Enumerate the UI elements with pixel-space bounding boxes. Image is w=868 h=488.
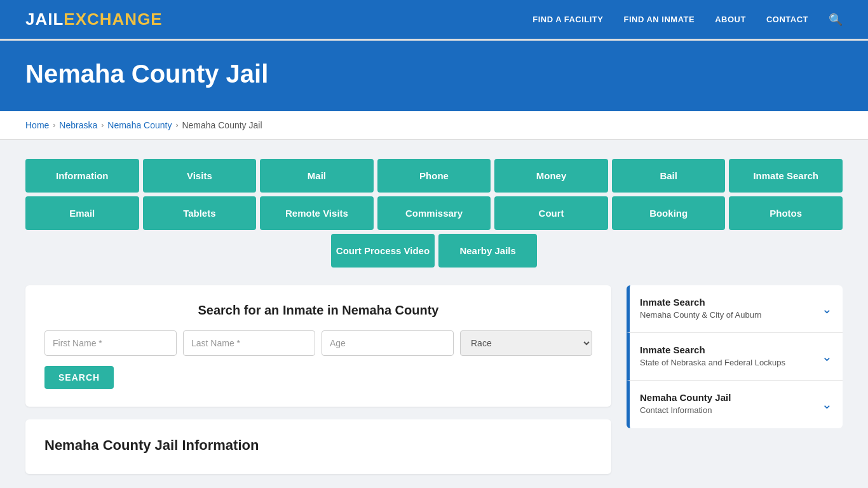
breadcrumb-nemaha-county[interactable]: Nemaha County bbox=[107, 120, 172, 130]
breadcrumb-sep-3: › bbox=[175, 121, 178, 130]
sidebar-card-2[interactable]: Inmate Search State of Nebraska and Fede… bbox=[627, 333, 843, 381]
left-panel: Search for an Inmate in Nemaha County Ra… bbox=[25, 285, 611, 474]
search-button[interactable]: SEARCH bbox=[44, 366, 114, 389]
logo[interactable]: JAILEXCHANGE bbox=[25, 10, 163, 29]
category-row-2: Email Tablets Remote Visits Commissary C… bbox=[25, 196, 843, 230]
sidebar-card-1-subtitle: Nemaha County & City of Auburn bbox=[640, 309, 762, 321]
btn-information[interactable]: Information bbox=[25, 159, 139, 193]
btn-inmate-search[interactable]: Inmate Search bbox=[729, 159, 843, 193]
site-header: JAILEXCHANGE FIND A FACILITY FIND AN INM… bbox=[0, 0, 868, 41]
sidebar-card-2-subtitle: State of Nebraska and Federal Lockups bbox=[640, 357, 785, 369]
info-section: Nemaha County Jail Information bbox=[25, 419, 611, 474]
first-name-input[interactable] bbox=[44, 330, 177, 356]
search-icon-button[interactable]: 🔍 bbox=[829, 13, 843, 27]
breadcrumb-sep-2: › bbox=[101, 121, 104, 130]
chevron-down-icon-1: ⌄ bbox=[822, 301, 832, 316]
logo-jail: JAIL bbox=[25, 10, 64, 29]
sidebar-card-2-title: Inmate Search bbox=[640, 344, 785, 355]
btn-court-process-video[interactable]: Court Process Video bbox=[331, 234, 435, 268]
sidebar-card-2-text: Inmate Search State of Nebraska and Fede… bbox=[640, 344, 785, 369]
sidebar-card-1-text: Inmate Search Nemaha County & City of Au… bbox=[640, 297, 762, 321]
btn-nearby-jails[interactable]: Nearby Jails bbox=[438, 234, 537, 268]
sidebar-card-3-title: Nemaha County Jail bbox=[640, 392, 731, 403]
btn-mail[interactable]: Mail bbox=[260, 159, 374, 193]
category-row-3: Court Process Video Nearby Jails bbox=[25, 234, 843, 268]
nav-contact[interactable]: CONTACT bbox=[766, 15, 808, 24]
breadcrumb-bar: Home › Nebraska › Nemaha County › Nemaha… bbox=[0, 111, 868, 140]
sidebar-card-1[interactable]: Inmate Search Nemaha County & City of Au… bbox=[627, 285, 843, 333]
nav-find-inmate[interactable]: FIND AN INMATE bbox=[623, 15, 695, 24]
btn-money[interactable]: Money bbox=[494, 159, 608, 193]
main-nav: FIND A FACILITY FIND AN INMATE ABOUT CON… bbox=[532, 13, 843, 27]
race-select[interactable]: Race White Black Hispanic Asian Other bbox=[460, 330, 592, 356]
btn-bail[interactable]: Bail bbox=[612, 159, 726, 193]
breadcrumb-current: Nemaha County Jail bbox=[182, 120, 262, 130]
breadcrumb-sep-1: › bbox=[53, 121, 55, 130]
chevron-down-icon-3: ⌄ bbox=[822, 396, 832, 412]
inmate-search-box: Search for an Inmate in Nemaha County Ra… bbox=[25, 285, 611, 407]
btn-email[interactable]: Email bbox=[25, 196, 139, 230]
content-area: Search for an Inmate in Nemaha County Ra… bbox=[25, 285, 843, 474]
btn-tablets[interactable]: Tablets bbox=[143, 196, 257, 230]
btn-photos[interactable]: Photos bbox=[729, 196, 843, 230]
last-name-input[interactable] bbox=[183, 330, 315, 356]
category-row-1: Information Visits Mail Phone Money Bail… bbox=[25, 159, 843, 193]
search-title: Search for an Inmate in Nemaha County bbox=[44, 303, 592, 318]
sidebar-card-3-subtitle: Contact Information bbox=[640, 405, 731, 416]
hero-section: Nemaha County Jail bbox=[0, 41, 868, 111]
btn-commissary[interactable]: Commissary bbox=[377, 196, 491, 230]
chevron-down-icon-2: ⌄ bbox=[822, 349, 832, 364]
logo-exchange: EXCHANGE bbox=[64, 10, 162, 29]
sidebar-card-1-title: Inmate Search bbox=[640, 297, 762, 308]
age-input[interactable] bbox=[322, 330, 454, 356]
nav-find-facility[interactable]: FIND A FACILITY bbox=[532, 15, 603, 24]
info-title: Nemaha County Jail Information bbox=[44, 437, 592, 454]
page-title: Nemaha County Jail bbox=[25, 60, 843, 88]
breadcrumb-home[interactable]: Home bbox=[25, 120, 49, 130]
main-content: Information Visits Mail Phone Money Bail… bbox=[0, 140, 868, 488]
breadcrumb-nebraska[interactable]: Nebraska bbox=[59, 120, 97, 130]
nav-about[interactable]: ABOUT bbox=[715, 15, 746, 24]
btn-court[interactable]: Court bbox=[494, 196, 608, 230]
search-fields: Race White Black Hispanic Asian Other bbox=[44, 330, 592, 356]
btn-phone[interactable]: Phone bbox=[377, 159, 491, 193]
btn-remote-visits[interactable]: Remote Visits bbox=[260, 196, 374, 230]
btn-booking[interactable]: Booking bbox=[612, 196, 726, 230]
sidebar-card-3[interactable]: Nemaha County Jail Contact Information ⌄ bbox=[627, 381, 843, 428]
sidebar-card-3-text: Nemaha County Jail Contact Information bbox=[640, 392, 731, 416]
right-panel: Inmate Search Nemaha County & City of Au… bbox=[627, 285, 843, 474]
btn-visits[interactable]: Visits bbox=[143, 159, 257, 193]
breadcrumb: Home › Nebraska › Nemaha County › Nemaha… bbox=[25, 120, 843, 130]
